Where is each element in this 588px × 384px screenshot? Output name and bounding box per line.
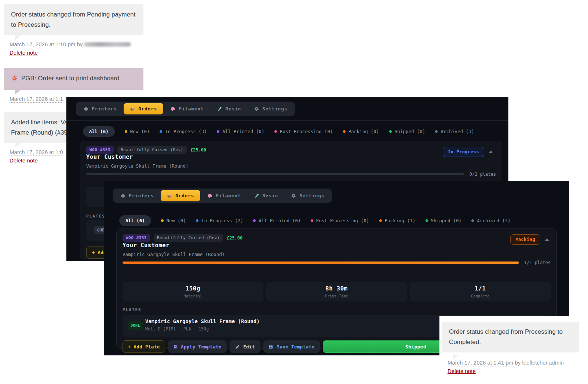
tab-filament[interactable]: Filament: [201, 190, 247, 201]
note-author: by leefletcher.admin: [515, 359, 563, 366]
plates-count: 1/1 plates: [524, 260, 551, 265]
delete-note-link[interactable]: Delete note: [448, 368, 476, 374]
filter-post-processing[interactable]: Post-Processing (0): [311, 218, 369, 223]
tab-printers[interactable]: Printers: [114, 190, 160, 201]
tab-resin[interactable]: Resin: [248, 190, 285, 201]
add-plate-button[interactable]: + Add Plate: [123, 340, 165, 353]
edit-button[interactable]: Edit: [230, 340, 260, 353]
tab-orders[interactable]: Orders: [161, 190, 200, 201]
package-icon: [130, 106, 135, 111]
progress-fill: [123, 262, 519, 264]
floppy-icon: [269, 344, 273, 349]
save-template-button[interactable]: Save Template: [263, 340, 320, 353]
plate-meta: Melt-E (P1P) · PLA · 150g: [145, 326, 209, 332]
filter-shipped[interactable]: Shipped (0): [426, 218, 462, 223]
status-dot: [471, 219, 474, 222]
note-bubble: PGB: Order sent to print dashboard: [4, 68, 143, 90]
tab-settings[interactable]: Settings: [248, 103, 293, 114]
filter-in-progress[interactable]: In Progress (3): [160, 129, 207, 134]
collapse-icon[interactable]: [489, 150, 493, 153]
order-note-completed-panel: Order status changed from Processing to …: [439, 316, 588, 384]
order-price: £25.00: [227, 235, 242, 241]
store-badge: Beautifully Cursed (Dev): [117, 146, 187, 154]
filter-all-printed[interactable]: All Printed (0): [217, 129, 264, 134]
status-dot: [389, 130, 392, 133]
tab-printers[interactable]: Printers: [77, 103, 123, 114]
tab-label: Filament: [179, 106, 204, 111]
note-meta: March 17, 2026 at 1:41 pm by leefletcher…: [448, 359, 588, 366]
stat-value: 150g: [186, 285, 201, 292]
stat-label: Material: [184, 294, 202, 298]
note-date: March 17, 2026 at 1:0: [10, 149, 63, 156]
tab-label: Settings: [299, 193, 324, 198]
plates-count: 0/1 plates: [470, 172, 496, 177]
filter-archived[interactable]: Archived (3): [471, 218, 511, 223]
status-dot: [426, 219, 428, 222]
tab-resin[interactable]: Resin: [211, 103, 248, 114]
filter-all-printed[interactable]: All Printed (0): [253, 218, 300, 223]
customer-name: Your Customer: [86, 154, 133, 160]
gear-icon: [291, 193, 296, 198]
tab-label: Filament: [216, 193, 241, 198]
delete-note-link[interactable]: Delete note: [10, 50, 38, 56]
filter-new[interactable]: New (0): [125, 129, 150, 134]
status-filter-bar: All (6) New (0) In Progress (2) All Prin…: [119, 215, 511, 226]
note-text: Order status changed from Pending paymen…: [11, 10, 136, 30]
collapse-icon[interactable]: [545, 238, 549, 241]
plates-section-label: PLATES: [123, 307, 142, 312]
apply-template-button[interactable]: Apply Template: [168, 340, 227, 353]
status-dot: [435, 130, 438, 133]
woo-order-badge: WOO #353: [86, 146, 114, 154]
tab-filament[interactable]: Filament: [164, 103, 210, 114]
order-note-status-processing: Order status changed from Pending paymen…: [4, 4, 143, 56]
order-item: Vampiric Gargoyle Skull Frame (Round): [86, 163, 188, 169]
filter-packing[interactable]: Packing (0): [343, 129, 379, 134]
store-badge: Beautifully Cursed (Dev): [154, 234, 223, 242]
status-badge[interactable]: Packing: [510, 234, 540, 245]
woo-order-badge: WOO #353: [123, 234, 150, 242]
note-bubble-tail: [15, 90, 21, 95]
tab-label: Resin: [263, 193, 278, 198]
status-badge[interactable]: In Progress: [443, 147, 484, 157]
screenshot-canvas: Order status changed from Pending paymen…: [0, 0, 588, 384]
note-date: March 17, 2026 at 1:10 pm: [10, 41, 75, 48]
tab-settings[interactable]: Settings: [285, 190, 330, 201]
stat-value: 8h 30m: [325, 285, 348, 292]
status-dot: [343, 130, 346, 133]
filter-all[interactable]: All (6): [119, 215, 151, 226]
palette-icon: [207, 193, 212, 198]
customer-name: Your Customer: [123, 242, 169, 249]
note-bubble: Order status changed from Pending paymen…: [4, 4, 143, 35]
filter-in-progress[interactable]: In Progress (2): [196, 218, 243, 223]
delete-note-link[interactable]: Delete note: [10, 157, 38, 164]
clipboard-icon: [173, 344, 178, 349]
plate-title: Vampiric Gargoyle Skull Frame (Round): [145, 318, 260, 324]
filter-archived[interactable]: Archived (3): [435, 129, 474, 134]
filter-all[interactable]: All (6): [83, 126, 115, 137]
stat-print-time: 8h 30m Print Time: [266, 282, 407, 301]
testtube-icon: [254, 193, 259, 198]
main-nav-tabbar: Printers Orders Filament Resin Settings: [113, 189, 332, 203]
tab-label: Settings: [262, 106, 287, 111]
order-status-wrap: In Progress: [443, 147, 493, 157]
stat-label: Print Time: [325, 294, 348, 298]
note-text: PGB: Order sent to print dashboard: [11, 73, 136, 85]
stat-complete: 1/1 Complete: [410, 282, 551, 301]
plates-progress-row: 1/1 plates: [123, 260, 551, 265]
note-date: March 17, 2026 at 1:1: [10, 96, 63, 103]
main-nav-tabbar: Printers Orders Filament Resin Settings: [76, 102, 295, 116]
note-text: Order status changed from Processing to …: [449, 327, 571, 347]
printer-icon: [84, 106, 88, 111]
tab-orders[interactable]: Orders: [124, 103, 163, 114]
tab-label: Printers: [92, 106, 117, 111]
status-dot: [196, 219, 198, 222]
dashboard-header: Printers Orders Filament Resin Settings: [66, 97, 508, 121]
filter-packing[interactable]: Packing (1): [379, 218, 416, 223]
filter-new[interactable]: New (0): [161, 218, 186, 223]
tab-label: Resin: [226, 106, 241, 111]
tab-label: Printers: [129, 193, 154, 198]
note-bubble-tail: [453, 355, 459, 360]
filter-post-processing[interactable]: Post-Processing (0): [274, 129, 333, 134]
status-dot: [217, 130, 219, 133]
filter-shipped[interactable]: Shipped (0): [389, 129, 426, 134]
